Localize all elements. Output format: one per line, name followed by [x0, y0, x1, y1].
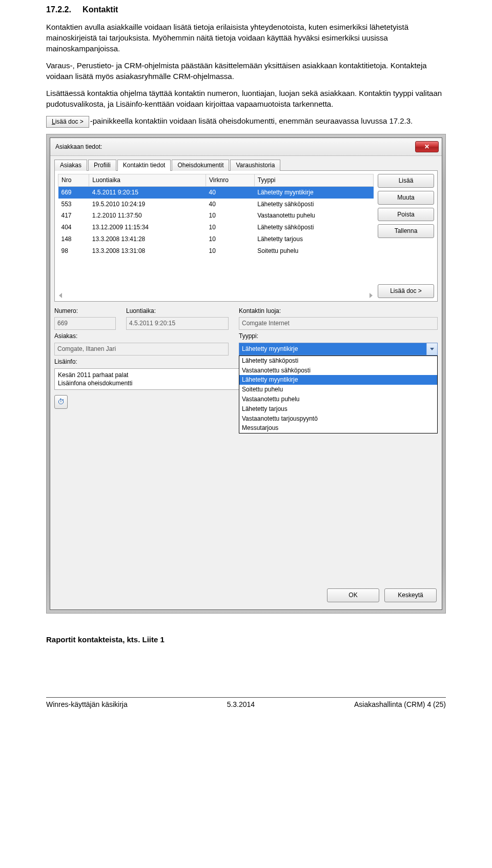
tab-profiili[interactable]: Profiili [88, 160, 116, 171]
cell-tyyppi: Lähetetty tarjous [254, 233, 373, 245]
delete-button[interactable]: Poista [378, 208, 434, 222]
window-title: Asiakkaan tiedot: [55, 143, 102, 151]
form-area: Numero: Luontiaika: Kontaktin luoja: 669… [50, 302, 442, 392]
paragraph-3: Lisättäessä kontaktia ohjelma täyttää ko… [46, 88, 446, 109]
tyyppi-option[interactable]: Vastaanotettu sähköposti [239, 366, 437, 376]
inline-add-doc-button[interactable]: Lisää doc > [46, 116, 89, 128]
col-tyyppi[interactable]: Tyyppi [254, 174, 373, 186]
add-doc-button[interactable]: Lisää doc > [378, 284, 434, 298]
cell-virk: 40 [206, 186, 255, 198]
cell-aika: 13.12.2009 11:15:34 [89, 222, 206, 233]
contacts-table: Nro Luontiaika Virknro Tyyppi 6694.5.201… [58, 174, 374, 257]
tyyppi-option[interactable]: Lähetetty myyntikirje [239, 375, 437, 385]
label-asiakas: Asiakas: [54, 332, 229, 341]
titlebar: Asiakkaan tiedot: ✕ [50, 138, 442, 156]
luoja-field: Comgate Internet [239, 317, 438, 330]
asiakas-field: Comgate, Iltanen Jari [54, 343, 229, 356]
tyyppi-selected: Lähetetty myyntikirje [239, 343, 426, 355]
scroll-left-icon [59, 293, 62, 298]
tab-kontaktin-tiedot[interactable]: Kontaktin tiedot [117, 160, 171, 171]
tyyppi-option[interactable]: Vastaanotettu puhelu [239, 394, 437, 404]
cell-nro: 404 [58, 222, 89, 233]
cancel-button[interactable]: Keskeytä [384, 588, 437, 602]
tyyppi-options-list: Lähetetty sähköpostiVastaanotettu sähköp… [239, 356, 438, 433]
scroll-right-icon [370, 293, 373, 298]
stopwatch-icon[interactable]: ⏱ [54, 395, 68, 409]
paragraph-5: Raportit kontakteista, kts. Liite 1 [46, 634, 446, 645]
page-footer: Winres-käyttäjän käsikirja 5.3.2014 Asia… [46, 697, 446, 710]
tab-oheisdokumentit[interactable]: Oheisdokumentit [172, 160, 229, 171]
cell-nro: 553 [58, 199, 89, 210]
tab-strip: AsiakasProfiiliKontaktin tiedotOheisdoku… [50, 156, 442, 170]
close-icon: ✕ [424, 143, 429, 151]
cell-nro: 669 [58, 186, 89, 198]
close-button[interactable]: ✕ [415, 141, 439, 152]
tyyppi-option[interactable]: Soitettu puhelu [239, 385, 437, 394]
cell-tyyppi: Vastaanotettu puhelu [254, 210, 373, 222]
cell-virk: 10 [206, 210, 255, 222]
ok-button[interactable]: OK [327, 588, 379, 602]
cell-tyyppi: Lähetetty sähköposti [254, 199, 373, 210]
numero-field: 669 [54, 317, 116, 330]
paragraph-4: Lisää doc >-painikkeella kontaktiin void… [46, 115, 446, 128]
cell-nro: 417 [58, 210, 89, 222]
paragraph-4-tail: -painikkeella kontaktiin voidaan lisätä … [90, 116, 413, 125]
table-row[interactable]: 40413.12.2009 11:15:3410Lähetetty sähköp… [58, 222, 374, 233]
add-button[interactable]: Lisää [378, 174, 434, 188]
tyyppi-option[interactable]: Vastaanotettu tarjouspyyntö [239, 414, 437, 424]
heading-title: Kontaktit [83, 5, 118, 14]
cell-tyyppi: Lähetetty myyntikirje [254, 186, 373, 198]
cell-aika: 19.5.2010 10:24:19 [89, 199, 206, 210]
tyyppi-dropdown[interactable]: Lähetetty myyntikirje Lähetetty sähköpos… [239, 343, 438, 356]
cell-aika: 13.3.2008 13:41:28 [89, 233, 206, 245]
tab-varaushistoria[interactable]: Varaushistoria [230, 160, 280, 171]
heading-number: 17.2.2. [46, 4, 71, 15]
luontiaika-field: 4.5.2011 9:20:15 [126, 317, 229, 330]
screenshot-window: Asiakkaan tiedot: ✕ AsiakasProfiiliKonta… [46, 134, 446, 614]
paragraph-2: Varaus-, Perustieto- ja CRM-ohjelmista p… [46, 60, 446, 82]
section-heading: 17.2.2. Kontaktit [46, 4, 446, 15]
save-button[interactable]: Tallenna [378, 224, 434, 238]
paragraph-1: Kontaktien avulla asiakkaille voidaan li… [46, 22, 446, 54]
cell-aika: 4.5.2011 9:20:15 [89, 186, 206, 198]
chevron-down-icon [426, 343, 437, 355]
cell-virk: 10 [206, 233, 255, 245]
cell-nro: 98 [58, 245, 89, 257]
cell-virk: 40 [206, 199, 255, 210]
table-row[interactable]: 9813.3.2008 13:31:0810Soitettu puhelu [58, 245, 374, 257]
footer-left: Winres-käyttäjän käsikirja [46, 700, 128, 710]
cell-tyyppi: Lähetetty sähköposti [254, 222, 373, 233]
footer-center: 5.3.2014 [227, 700, 255, 710]
footer-right: Asiakashallinta (CRM) 4 (25) [354, 700, 446, 710]
col-virknro[interactable]: Virknro [206, 174, 255, 186]
cell-nro: 148 [58, 233, 89, 245]
col-luontiaika[interactable]: Luontiaika [89, 174, 206, 186]
label-numero: Numero: [54, 307, 116, 315]
inline-add-doc-label: isää doc > [55, 118, 84, 125]
table-row[interactable]: 4171.2.2010 11:37:5010Vastaanotettu puhe… [58, 210, 374, 222]
cell-tyyppi: Soitettu puhelu [254, 245, 373, 257]
table-row[interactable]: 14813.3.2008 13:41:2810Lähetetty tarjous [58, 233, 374, 245]
tab-panel: Nro Luontiaika Virknro Tyyppi 6694.5.201… [54, 170, 438, 302]
label-tyyppi: Tyyppi: [239, 332, 438, 341]
label-luoja: Kontaktin luoja: [239, 307, 438, 315]
label-luontiaika: Luontiaika: [126, 307, 229, 315]
col-nro[interactable]: Nro [58, 174, 89, 186]
tyyppi-option[interactable]: Lähetetty sähköposti [239, 356, 437, 366]
cell-virk: 10 [206, 245, 255, 257]
tyyppi-option[interactable]: Lähetetty tarjous [239, 404, 437, 414]
table-row[interactable]: 55319.5.2010 10:24:1940Lähetetty sähköpo… [58, 199, 374, 210]
tyyppi-option[interactable]: Messutarjous [239, 423, 437, 433]
tab-asiakas[interactable]: Asiakas [54, 160, 87, 171]
edit-button[interactable]: Muuta [378, 191, 434, 205]
hscroll[interactable] [58, 293, 374, 298]
cell-aika: 13.3.2008 13:31:08 [89, 245, 206, 257]
cell-virk: 10 [206, 222, 255, 233]
table-row[interactable]: 6694.5.2011 9:20:1540Lähetetty myyntikir… [58, 186, 374, 198]
cell-aika: 1.2.2010 11:37:50 [89, 210, 206, 222]
